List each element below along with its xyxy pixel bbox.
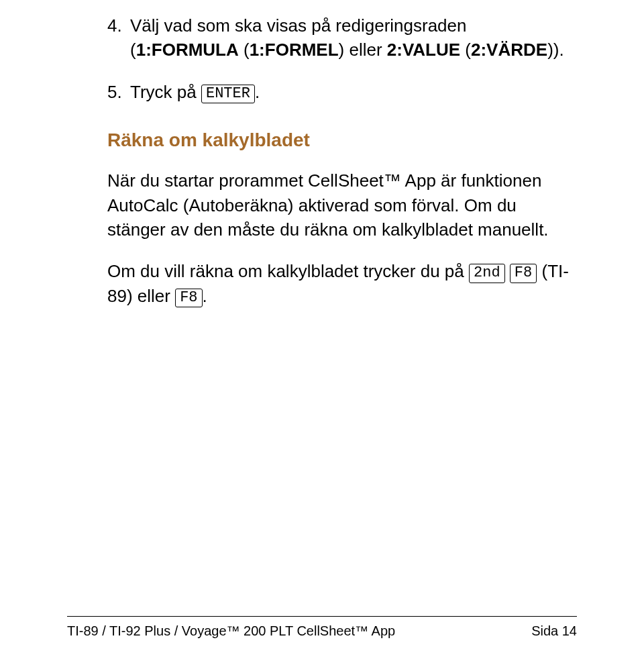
section-heading: Räkna om kalkylbladet (107, 130, 570, 151)
list-item-4: 4. Välj vad som ska visas på redigerings… (107, 13, 570, 62)
text-bold: 1:FORMEL (250, 40, 339, 60)
page: 4. Välj vad som ska visas på redigerings… (0, 0, 644, 663)
paragraph: När du startar prorammet CellSheet™ App … (107, 168, 570, 242)
text: Om du vill räkna om kalkylbladet trycker… (107, 261, 469, 281)
text: ( (460, 40, 471, 60)
text-bold: 1:FORMULA (136, 40, 239, 60)
list-number: 4. (107, 13, 130, 62)
text: ) eller (339, 40, 387, 60)
text: . (203, 286, 207, 306)
list-item-5: 5. Tryck på ENTER. (107, 80, 570, 104)
footer-row: TI-89 / TI-92 Plus / Voyage™ 200 PLT Cel… (67, 623, 577, 639)
content-area: 4. Välj vad som ska visas på redigerings… (67, 13, 577, 308)
key-2nd-icon: 2nd (469, 264, 505, 283)
text (505, 261, 510, 281)
footer-left: TI-89 / TI-92 Plus / Voyage™ 200 PLT Cel… (67, 623, 395, 639)
list-body: Tryck på ENTER. (130, 80, 570, 104)
text: ( (239, 40, 250, 60)
list-number: 5. (107, 80, 130, 104)
text-bold: 2:VALUE (387, 40, 460, 60)
text: . (255, 82, 260, 102)
footer-rule (67, 616, 577, 617)
text: )). (547, 40, 564, 60)
page-footer: TI-89 / TI-92 Plus / Voyage™ 200 PLT Cel… (67, 616, 577, 639)
key-f8-icon: F8 (175, 289, 202, 307)
text-bold: 2:VÄRDE (471, 40, 547, 60)
list-body: Välj vad som ska visas på redigeringsrad… (130, 13, 570, 62)
text: Tryck på (130, 82, 201, 102)
key-f8-icon: F8 (510, 264, 537, 283)
footer-right: Sida 14 (531, 623, 577, 639)
key-enter-icon: ENTER (201, 85, 255, 103)
paragraph: Om du vill räkna om kalkylbladet trycker… (107, 259, 570, 308)
